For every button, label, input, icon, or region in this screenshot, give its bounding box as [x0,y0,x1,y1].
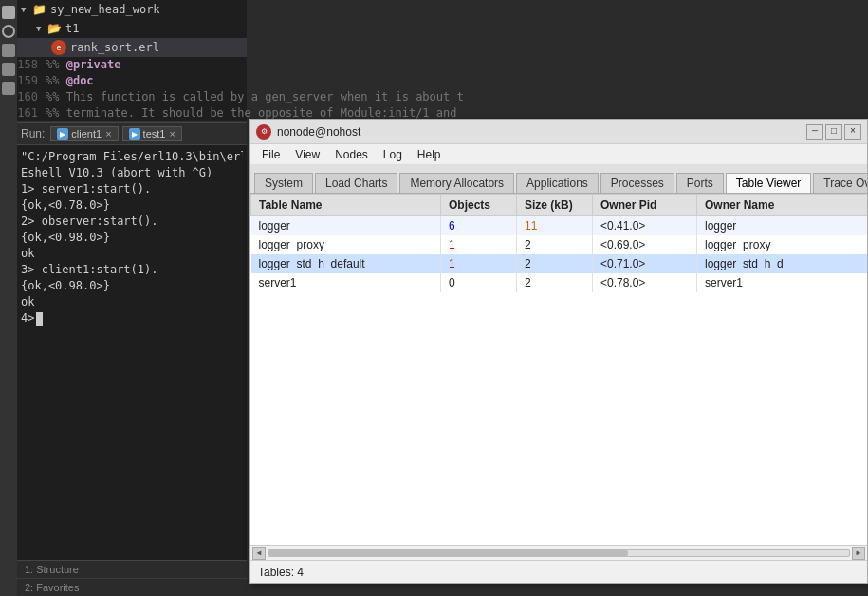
activity-favorites[interactable]: 2: Favorites [17,579,247,596]
tab-processes[interactable]: Processes [600,173,674,193]
tab-trace-overview[interactable]: Trace Overview [813,173,867,193]
table-viewer-content: Table Name Objects Size (kB) Owner Pid O… [250,194,867,545]
code-line-158: 158 %% @private [17,57,247,73]
run-tab-icon-test1: ▶ [129,128,140,140]
line-content-160: %% This function is called by a gen_serv… [46,89,464,105]
tab-load-charts[interactable]: Load Charts [315,173,397,193]
tab-ports[interactable]: Ports [676,173,724,193]
cell-size: 2 [517,273,593,292]
terminal-line-11: 4> [21,310,243,326]
cell-objects: 6 [441,216,517,236]
col-owner-pid[interactable]: Owner Pid [593,195,697,216]
tree-file[interactable]: e rank_sort.erl [17,38,247,57]
table-row[interactable]: logger 6 11 <0.41.0> logger [251,216,868,236]
terminal-line-9: {ok,<0.98.0>} [21,278,243,294]
run-tab-test1[interactable]: ▶ test1 × [122,126,182,141]
cell-objects: 0 [441,273,517,292]
cell-size: 2 [517,254,593,273]
tab-system[interactable]: System [254,173,313,193]
folder-icon: 📁 [32,3,46,16]
run-label: Run: [21,127,45,140]
observer-tabs: System Load Charts Memory Allocators App… [250,165,867,194]
col-size[interactable]: Size (kB) [517,195,593,216]
menu-help[interactable]: Help [410,146,449,163]
tab-applications[interactable]: Applications [516,173,599,193]
cell-objects: 1 [441,254,517,273]
table-row[interactable]: server1 0 2 <0.78.0> server1 [251,273,868,292]
terminal-output[interactable]: "C:/Program Files/erl10.3\bin\erl" -pa E… [0,145,247,560]
menu-log[interactable]: Log [376,146,410,163]
terminal-line-8: 3> client1:start(1). [21,262,243,278]
run-tab-client1[interactable]: ▶ client1 × [50,126,118,141]
scroll-left-btn[interactable]: ◀ [252,547,266,560]
run-tab-close-client1[interactable]: × [105,128,111,140]
tab-table-viewer[interactable]: Table Viewer [726,173,811,194]
root-folder-label: sy_new_head_work [50,3,160,16]
window-minimize-btn[interactable]: ─ [806,124,823,140]
col-objects[interactable]: Objects [441,195,517,216]
debug-icon[interactable] [2,63,15,76]
status-text: Tables: 4 [258,566,304,579]
cell-size: 11 [517,216,593,236]
scrollbar-thumb[interactable] [268,550,628,556]
menu-nodes[interactable]: Nodes [327,146,376,163]
cell-table-name: logger_std_h_default [251,254,441,273]
horizontal-scrollbar[interactable]: ◀ ▶ [250,545,867,560]
tree-subfolder[interactable]: ▼ 📂 t1 [17,19,247,38]
cell-owner-pid: <0.71.0> [593,254,697,273]
terminal-line-6: {ok,<0.98.0>} [21,230,243,246]
subfolder-icon: 📂 [47,22,62,35]
window-title: nonode@nohost [277,125,804,139]
observer-statusbar: Tables: 4 [250,560,867,583]
terminal-line-10: ok [21,294,243,310]
window-titlebar: ⚙ nonode@nohost ─ □ × [250,120,867,144]
window-app-icon: ⚙ [256,124,271,140]
file-label: rank_sort.erl [70,41,159,54]
menu-view[interactable]: View [287,146,327,163]
line-num-160: 160 [17,89,46,105]
scrollbar-track[interactable] [268,549,850,557]
line-content-158: %% @private [46,57,120,73]
run-tab-close-test1[interactable]: × [169,128,175,140]
terminal-line-1: "C:/Program Files/erl10.3\bin\erl" -pa E… [21,149,243,165]
col-table-name[interactable]: Table Name [251,195,441,216]
activity-structure[interactable]: 1: Structure [17,561,247,579]
cell-owner-pid: <0.69.0> [593,235,697,254]
cell-owner-name: server1 [697,273,868,292]
code-line-161: 161 %% terminate. It should be the oppos… [17,105,247,121]
menu-file[interactable]: File [254,146,287,163]
cell-size: 2 [517,235,593,254]
terminal-line-4: {ok,<0.78.0>} [21,197,243,214]
cell-objects: 1 [441,235,517,254]
table-row[interactable]: logger_proxy 1 2 <0.69.0> logger_proxy [251,235,868,254]
search-icon[interactable] [2,25,15,38]
cell-owner-pid: <0.41.0> [593,216,697,236]
table-row[interactable]: logger_std_h_default 1 2 <0.71.0> logger… [251,254,868,273]
cell-owner-pid: <0.78.0> [593,273,697,292]
file-erl-icon: e [51,40,66,55]
scroll-right-btn[interactable]: ▶ [852,547,865,560]
cell-owner-name: logger_std_h_d [697,254,868,273]
run-tab-label-client1: client1 [71,128,102,140]
line-num-161: 161 [17,105,46,121]
tab-memory-allocators[interactable]: Memory Allocators [399,173,514,193]
favorites-label: 2: Favorites [25,582,79,593]
extensions-icon[interactable] [2,82,15,95]
structure-label: 1: Structure [25,564,79,575]
run-tab-label-test1: test1 [143,128,166,140]
terminal-cursor [36,312,43,326]
tree-arrow-right: ▼ [36,24,47,33]
git-icon[interactable] [2,44,15,57]
code-line-160: 160 %% This function is called by a gen_… [17,89,247,105]
col-owner-name[interactable]: Owner Name [697,195,868,216]
data-table: Table Name Objects Size (kB) Owner Pid O… [250,194,867,292]
code-editor: 158 %% @private 159 %% @doc 160 %% This … [17,57,247,122]
run-bar: Run: ▶ client1 × ▶ test1 × [17,122,247,145]
tree-root[interactable]: ▼ 📁 sy_new_head_work [17,0,247,19]
window-close-btn[interactable]: × [844,124,861,140]
window-maximize-btn[interactable]: □ [825,124,842,140]
explorer-icon[interactable] [2,6,15,19]
line-content-159: %% @doc [46,73,94,89]
observer-window: ⚙ nonode@nohost ─ □ × File View Nodes Lo… [249,119,868,584]
code-line-159: 159 %% @doc [17,73,247,89]
